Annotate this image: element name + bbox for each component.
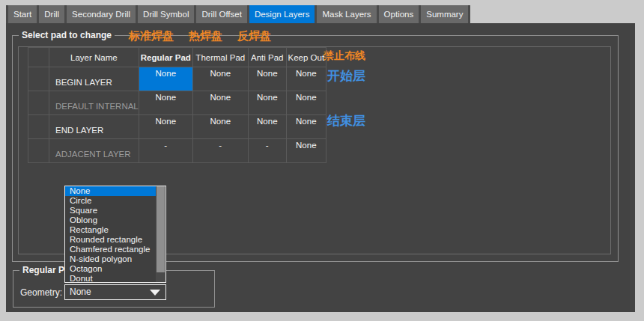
anti-pad-cell[interactable]: None	[248, 91, 286, 115]
col-header-thermal-pad: Thermal Pad	[192, 48, 248, 67]
regular-pad-cell[interactable]: None	[139, 115, 192, 139]
tab-drill-offset[interactable]: Drill Offset	[196, 5, 246, 23]
keep-out-cell[interactable]: None	[286, 115, 326, 139]
dropdown-option-oblong[interactable]: Oblong	[65, 215, 156, 225]
anti-pad-cell[interactable]: -	[248, 139, 286, 163]
dropdown-option-rounded-rectangle[interactable]: Rounded rectangle	[65, 235, 156, 245]
annotation-regular-pad-cn: 标准焊盘	[129, 29, 174, 43]
dropdown-option-rectangle[interactable]: Rectangle	[65, 225, 156, 235]
dropdown-option-n-sided-polygon[interactable]: N-sided polygon	[65, 254, 156, 264]
geometry-combobox-value: None	[70, 285, 91, 299]
annotation-thermal-pad-cn: 热焊盘	[189, 29, 222, 43]
layer-name-cell[interactable]: DEFAULT INTERNAL	[49, 91, 139, 115]
regular-pad-cell[interactable]: -	[139, 139, 192, 163]
thermal-pad-cell[interactable]: None	[192, 91, 248, 115]
keep-out-cell[interactable]: None	[286, 139, 326, 163]
tab-secondary-drill[interactable]: Secondary Drill	[67, 5, 136, 23]
dropdown-option-donut[interactable]: Donut	[65, 274, 156, 284]
table-row: ADJACENT LAYER - - - None	[28, 139, 326, 163]
keep-out-cell[interactable]: None	[286, 91, 326, 115]
table-row: DEFAULT INTERNAL None None None None	[28, 91, 326, 115]
dropdown-option-none[interactable]: None	[65, 186, 156, 196]
row-selector-cell[interactable]	[28, 67, 49, 91]
col-header-anti-pad: Anti Pad	[248, 48, 286, 67]
thermal-pad-cell[interactable]: None	[192, 67, 248, 91]
dropdown-scrollbar-thumb[interactable]	[157, 186, 165, 272]
anti-pad-cell[interactable]: None	[248, 115, 286, 139]
dropdown-scrollbar[interactable]	[156, 186, 165, 282]
row-selector-cell[interactable]	[28, 115, 49, 139]
layer-name-cell[interactable]: ADJACENT LAYER	[49, 139, 139, 163]
tab-bar: Start Drill Secondary Drill Drill Symbol…	[6, 5, 470, 23]
dropdown-option-chamfered-rectangle[interactable]: Chamfered rectangle	[65, 245, 156, 254]
annotation-begin-layer-cn: 开始层	[327, 67, 365, 85]
tab-options[interactable]: Options	[379, 5, 419, 23]
col-header-layer-name: Layer Name	[49, 48, 139, 67]
annotation-anti-pad-cn: 反焊盘	[237, 29, 271, 43]
pad-layers-table: Layer Name Regular Pad Thermal Pad Anti …	[28, 47, 326, 163]
annotation-keepout-cn: 禁止布线	[323, 49, 365, 63]
col-header-regular-pad: Regular Pad	[139, 48, 192, 67]
dropdown-option-octagon[interactable]: Octagon	[65, 264, 156, 274]
row-selector-cell[interactable]	[28, 91, 49, 115]
table-row: BEGIN LAYER None None None None	[28, 67, 326, 91]
dropdown-option-circle[interactable]: Circle	[65, 196, 156, 206]
tab-mask-layers[interactable]: Mask Layers	[317, 5, 376, 23]
tab-drill[interactable]: Drill	[39, 5, 64, 23]
table-row: END LAYER None None None None	[28, 115, 326, 139]
col-header-blank	[28, 48, 49, 67]
geometry-dropdown-list: None Circle Square Oblong Rectangle Roun…	[64, 186, 166, 283]
col-header-keep-out: Keep Out	[286, 48, 326, 67]
tab-start[interactable]: Start	[8, 5, 37, 23]
keep-out-cell[interactable]: None	[286, 67, 326, 91]
tab-drill-symbol[interactable]: Drill Symbol	[138, 5, 194, 23]
geometry-combobox[interactable]: None	[64, 284, 166, 300]
table-header-row: Layer Name Regular Pad Thermal Pad Anti …	[28, 48, 326, 67]
drill-pad-dialog: Start Drill Secondary Drill Drill Symbol…	[0, 0, 644, 321]
regular-pad-cell[interactable]: None	[139, 91, 192, 115]
layer-name-cell[interactable]: END LAYER	[49, 115, 139, 139]
row-selector-cell[interactable]	[28, 139, 49, 163]
layer-name-cell[interactable]: BEGIN LAYER	[49, 67, 139, 91]
chevron-down-icon[interactable]	[150, 290, 160, 296]
regular-pad-cell-selected[interactable]: None	[139, 67, 192, 91]
anti-pad-cell[interactable]: None	[248, 67, 286, 91]
thermal-pad-cell[interactable]: -	[192, 139, 248, 163]
select-pad-group-title: Select pad to change	[19, 30, 115, 40]
geometry-label: Geometry:	[20, 287, 62, 298]
tab-summary[interactable]: Summary	[421, 5, 468, 23]
thermal-pad-cell[interactable]: None	[192, 115, 248, 139]
dropdown-option-square[interactable]: Square	[65, 206, 156, 215]
annotation-end-layer-cn: 结束层	[327, 112, 365, 129]
tab-design-layers[interactable]: Design Layers	[249, 5, 315, 23]
